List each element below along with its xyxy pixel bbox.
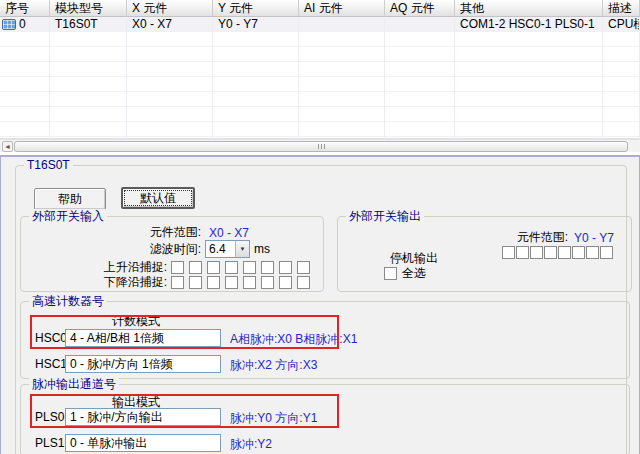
cell-description: CPU模 [603, 17, 640, 32]
checkbox[interactable] [207, 261, 220, 274]
empty-cell [50, 32, 127, 47]
scrollbar-grip-icon [318, 144, 319, 149]
pls-groupbox: 脉冲输出通道号 输出模式 PLS0 1 - 脉冲/方向输出 脉冲:Y0 方向:Y… [20, 384, 630, 454]
default-values-label: 默认值 [140, 191, 176, 205]
checkbox[interactable] [171, 276, 184, 289]
table-body: 0 T16S0T X0 - X7 Y0 - Y7 COM1-2 HSC0-1 P… [0, 17, 640, 152]
output-range-value: Y0 - Y7 [574, 231, 614, 245]
col-header-aq[interactable]: AQ 元件 [385, 0, 455, 17]
empty-cell [50, 47, 127, 62]
scrollbar-grip-icon [324, 144, 325, 149]
table-empty-row[interactable] [0, 122, 640, 137]
empty-cell [299, 77, 385, 92]
config-panel: T16S0T 帮助 默认值 外部开关输入 元件范围: X0 - X7 滤波时间:… [0, 155, 640, 454]
empty-cell [299, 92, 385, 107]
col-header-model[interactable]: 模块型号 [50, 0, 127, 17]
scrollbar-grip-icon [321, 144, 322, 149]
empty-cell [0, 77, 50, 92]
hsc0-mode-input[interactable]: 4 - A相/B相 1倍频 [65, 329, 221, 347]
scroll-left-arrow-icon[interactable]: ◄ [2, 141, 13, 152]
empty-cell [0, 62, 50, 77]
help-button[interactable]: 帮助 [34, 188, 106, 210]
empty-cell [455, 92, 603, 107]
checkbox[interactable] [189, 261, 202, 274]
empty-cell [50, 92, 127, 107]
empty-cell [385, 122, 455, 137]
hsc1-mode-input[interactable]: 0 - 脉冲/方向 1倍频 [65, 355, 221, 373]
cell-aq [385, 17, 455, 32]
filter-time-label: 滤波时间: [21, 241, 201, 258]
checkbox[interactable] [225, 261, 238, 274]
col-header-ai[interactable]: AI 元件 [299, 0, 385, 17]
empty-cell [213, 122, 299, 137]
checkbox[interactable] [297, 261, 310, 274]
empty-cell [0, 47, 50, 62]
table-empty-row[interactable] [0, 77, 640, 92]
col-header-other[interactable]: 其他 [455, 0, 603, 17]
module-config-window: 序号 模块型号 X 元件 Y 元件 AI 元件 AQ 元件 其他 描述 0 T1… [0, 0, 640, 454]
empty-cell [455, 77, 603, 92]
filter-time-combobox[interactable]: 6.4 ▼ [205, 240, 250, 258]
empty-cell [213, 77, 299, 92]
cell-index: 0 [0, 17, 50, 32]
empty-cell [0, 107, 50, 122]
checkbox[interactable] [243, 276, 256, 289]
checkbox[interactable] [279, 276, 292, 289]
hsc-groupbox: 高速计数器号 计数模式 HSC0 4 - A相/B相 1倍频 A相脉冲:X0 B… [20, 301, 630, 379]
scrollbar-thumb[interactable] [14, 141, 628, 152]
checkbox[interactable] [189, 276, 202, 289]
empty-cell [385, 92, 455, 107]
checkbox[interactable] [530, 246, 543, 259]
checkbox[interactable] [207, 276, 220, 289]
empty-cell [127, 77, 213, 92]
checkbox[interactable] [572, 246, 585, 259]
checkbox[interactable] [261, 276, 274, 289]
empty-cell [455, 47, 603, 62]
table-empty-row[interactable] [0, 107, 640, 122]
input-range-value: X0 - X7 [209, 226, 249, 240]
col-header-x[interactable]: X 元件 [127, 0, 213, 17]
checkbox[interactable] [544, 246, 557, 259]
horizontal-scrollbar[interactable]: ◄ [0, 139, 640, 152]
output-channel-checkboxes [502, 246, 614, 259]
empty-cell [603, 122, 640, 137]
checkbox[interactable] [279, 261, 292, 274]
external-output-groupbox: 外部开关输出 元件范围: Y0 - Y7 停机输出 全选 [337, 216, 632, 292]
pls-title: 脉冲输出通道号 [29, 377, 119, 391]
empty-cell [0, 122, 50, 137]
output-range-label: 元件范围: [338, 229, 568, 246]
checkbox[interactable] [261, 261, 274, 274]
cell-ai [299, 17, 385, 32]
checkbox[interactable] [297, 276, 310, 289]
col-header-y[interactable]: Y 元件 [213, 0, 299, 17]
checkbox[interactable] [600, 246, 613, 259]
table-empty-row[interactable] [0, 47, 640, 62]
empty-cell [50, 107, 127, 122]
checkbox[interactable] [516, 246, 529, 259]
checkbox[interactable] [171, 261, 184, 274]
col-header-index[interactable]: 序号 [0, 0, 50, 17]
pls1-mode-input[interactable]: 0 - 单脉冲输出 [65, 434, 221, 452]
select-all-checkbox[interactable] [384, 267, 397, 280]
table-empty-row[interactable] [0, 62, 640, 77]
checkbox[interactable] [558, 246, 571, 259]
table-empty-row[interactable] [0, 92, 640, 107]
empty-cell [127, 92, 213, 107]
external-output-title: 外部开关输出 [346, 209, 424, 223]
table-row-module-0[interactable]: 0 T16S0T X0 - X7 Y0 - Y7 COM1-2 HSC0-1 P… [0, 17, 640, 32]
checkbox[interactable] [586, 246, 599, 259]
empty-cell [299, 62, 385, 77]
chevron-down-icon[interactable]: ▼ [235, 241, 249, 257]
checkbox[interactable] [502, 246, 515, 259]
pls0-mode-input[interactable]: 1 - 脉冲/方向输出 [65, 408, 221, 426]
empty-cell [127, 122, 213, 137]
empty-cell [455, 122, 603, 137]
checkbox[interactable] [243, 261, 256, 274]
falling-edge-label: 下降沿捕捉: [21, 274, 167, 291]
default-values-button[interactable]: 默认值 [121, 187, 195, 209]
empty-cell [603, 77, 640, 92]
col-header-desc[interactable]: 描述 [603, 0, 640, 17]
table-empty-row[interactable] [0, 32, 640, 47]
checkbox[interactable] [225, 276, 238, 289]
external-input-groupbox: 外部开关输入 元件范围: X0 - X7 滤波时间: 6.4 ▼ ms 上升沿捕… [20, 216, 324, 292]
